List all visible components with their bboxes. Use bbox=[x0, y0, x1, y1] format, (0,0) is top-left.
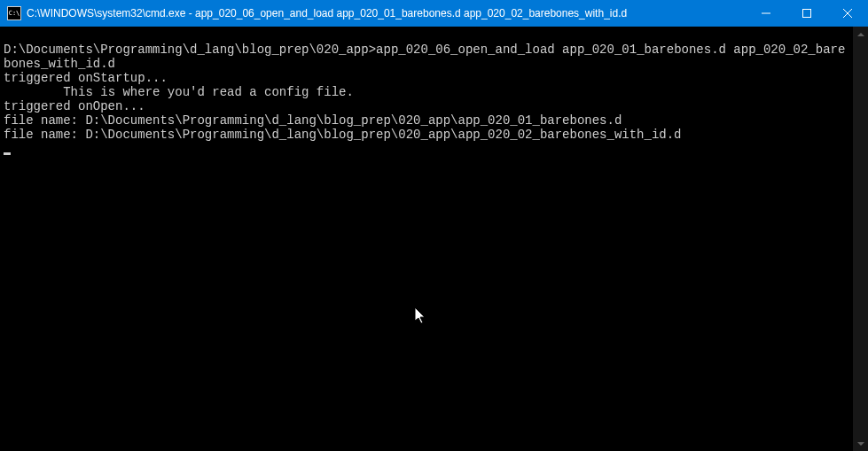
text-cursor bbox=[4, 152, 11, 155]
console-line bbox=[4, 28, 852, 43]
prompt: D:\Documents\Programming\d_lang\blog_pre… bbox=[4, 43, 376, 57]
window-title: C:\WINDOWS\system32\cmd.exe - app_020_06… bbox=[27, 7, 746, 19]
console-line: triggered onStartup... bbox=[4, 71, 852, 85]
minimize-button[interactable] bbox=[746, 0, 786, 27]
chevron-up-icon bbox=[857, 33, 864, 36]
minimize-icon bbox=[762, 9, 770, 18]
console-content: D:\Documents\Programming\d_lang\blog_pre… bbox=[4, 28, 852, 156]
console-area[interactable]: D:\Documents\Programming\d_lang\blog_pre… bbox=[0, 27, 868, 451]
maximize-button[interactable] bbox=[786, 0, 827, 27]
console-line: triggered onOpen... bbox=[4, 99, 852, 113]
svg-marker-4 bbox=[857, 33, 864, 36]
cmd-icon: C:\ bbox=[7, 6, 21, 20]
scrollbar-down-button[interactable] bbox=[853, 436, 868, 451]
titlebar[interactable]: C:\ C:\WINDOWS\system32\cmd.exe - app_02… bbox=[0, 0, 868, 27]
svg-rect-1 bbox=[803, 10, 811, 18]
svg-marker-5 bbox=[857, 442, 864, 446]
chevron-down-icon bbox=[857, 442, 864, 446]
window-controls bbox=[746, 0, 868, 27]
close-button[interactable] bbox=[827, 0, 868, 27]
close-icon bbox=[843, 9, 852, 18]
maximize-icon bbox=[802, 9, 811, 18]
scrollbar-up-button[interactable] bbox=[853, 27, 868, 42]
vertical-scrollbar[interactable] bbox=[853, 27, 868, 451]
console-line: file name: D:\Documents\Programming\d_la… bbox=[4, 128, 852, 142]
console-line: This is where you'd read a config file. bbox=[4, 85, 852, 99]
console-line: file name: D:\Documents\Programming\d_la… bbox=[4, 113, 852, 128]
